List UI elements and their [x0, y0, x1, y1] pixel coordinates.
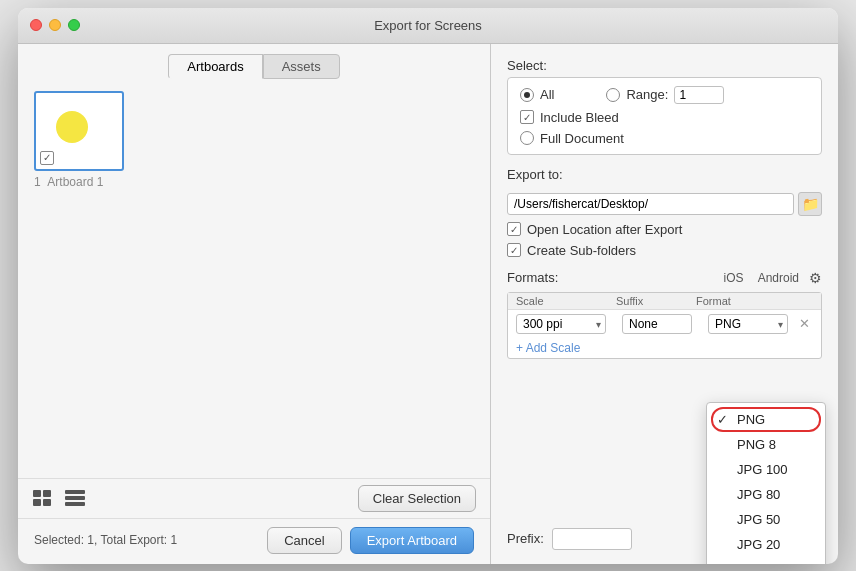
all-option-row: All Range: [520, 86, 809, 104]
col-format-header: Format [696, 295, 786, 307]
prefix-input[interactable] [552, 528, 632, 550]
svg-rect-2 [33, 499, 41, 506]
dropdown-item-jpg80[interactable]: JPG 80 [707, 482, 825, 507]
svg-rect-3 [43, 499, 51, 506]
dialog-title: Export for Screens [374, 18, 482, 33]
full-document-label: Full Document [540, 131, 624, 146]
range-radio[interactable] [606, 88, 620, 102]
dropdown-item-svg[interactable]: SVG [707, 557, 825, 564]
folder-icon[interactable]: 📁 [798, 192, 822, 216]
all-label: All [540, 87, 554, 102]
export-to-section: Export to: 📁 Open Location after Export … [507, 167, 822, 258]
create-subfolders-checkbox[interactable] [507, 243, 521, 257]
dialog: Export for Screens Artboards Assets [18, 8, 838, 564]
col-suffix-header: Suffix [616, 295, 696, 307]
right-panel: Select: All Range: Include Bleed [491, 44, 838, 564]
open-location-checkbox[interactable] [507, 222, 521, 236]
formats-label: Formats: [507, 270, 558, 285]
dropdown-item-png8[interactable]: PNG 8 [707, 432, 825, 457]
list-view-icon[interactable] [64, 489, 86, 507]
svg-rect-5 [65, 496, 85, 500]
scale-select[interactable]: 300 ppi 1x 2x 3x [516, 314, 606, 334]
dropdown-item-jpg20[interactable]: JPG 20 [707, 532, 825, 557]
maximize-button[interactable] [68, 19, 80, 31]
prefix-label: Prefix: [507, 531, 544, 546]
list-item: 1 Artboard 1 [34, 91, 124, 189]
svg-rect-6 [65, 502, 85, 506]
clear-selection-button[interactable]: Clear Selection [358, 485, 476, 512]
formats-icons: iOS Android ⚙ [720, 270, 822, 286]
open-location-label: Open Location after Export [527, 222, 682, 237]
dialog-body: Artboards Assets 1 Artboard 1 [18, 44, 838, 564]
formats-col-headers: Scale Suffix Format [508, 293, 821, 310]
all-radio[interactable] [520, 88, 534, 102]
remove-format-button[interactable]: ✕ [796, 316, 813, 331]
grid-view-icon[interactable] [32, 489, 54, 507]
left-footer: Selected: 1, Total Export: 1 Cancel Expo… [18, 518, 490, 564]
artboard-checkbox[interactable] [40, 151, 54, 165]
artboard-grid: 1 Artboard 1 [34, 91, 474, 189]
ios-button[interactable]: iOS [720, 270, 748, 286]
col-scale-header: Scale [516, 295, 616, 307]
select-label: Select: [507, 58, 822, 73]
artboard-preview-circle [56, 111, 88, 143]
gear-icon[interactable]: ⚙ [809, 270, 822, 286]
path-input[interactable] [507, 193, 794, 215]
tabs-bar: Artboards Assets [18, 44, 490, 79]
artboard-name: Artboard 1 [47, 175, 103, 189]
png-highlight-oval [711, 407, 821, 432]
include-bleed-checkbox[interactable] [520, 110, 534, 124]
tab-assets[interactable]: Assets [263, 54, 340, 79]
close-button[interactable] [30, 19, 42, 31]
format-select[interactable]: PNG PNG 8 JPG 100 JPG 80 JPG 50 JPG 20 S… [708, 314, 788, 334]
suffix-input[interactable] [622, 314, 692, 334]
minimize-button[interactable] [49, 19, 61, 31]
range-input[interactable] [674, 86, 724, 104]
title-bar: Export for Screens [18, 8, 838, 44]
window-controls [30, 19, 80, 31]
left-panel: Artboards Assets 1 Artboard 1 [18, 44, 491, 564]
formats-table: Scale Suffix Format 300 ppi 1x 2x 3x [507, 292, 822, 359]
dropdown-item-jpg100[interactable]: JPG 100 [707, 457, 825, 482]
scale-select-wrapper: 300 ppi 1x 2x 3x [516, 314, 606, 334]
format-select-wrapper: PNG PNG 8 JPG 100 JPG 80 JPG 50 JPG 20 S… [708, 314, 788, 334]
open-location-row: Open Location after Export [507, 222, 822, 237]
range-label: Range: [626, 87, 668, 102]
tab-artboards[interactable]: Artboards [168, 54, 262, 79]
full-document-row: Full Document [520, 131, 809, 146]
artboard-thumbnail[interactable] [34, 91, 124, 171]
create-subfolders-label: Create Sub-folders [527, 243, 636, 258]
full-document-radio[interactable] [520, 131, 534, 145]
status-text: Selected: 1, Total Export: 1 [34, 533, 177, 547]
footer-buttons: Cancel Export Artboard [267, 527, 474, 554]
android-button[interactable]: Android [754, 270, 803, 286]
include-bleed-row: Include Bleed [520, 110, 809, 125]
artboard-number: 1 [34, 175, 41, 189]
export-button[interactable]: Export Artboard [350, 527, 474, 554]
include-bleed-label: Include Bleed [540, 110, 619, 125]
path-row: 📁 [507, 192, 822, 216]
add-scale-row[interactable]: + Add Scale [508, 338, 821, 358]
svg-rect-0 [33, 490, 41, 497]
artboard-label: 1 Artboard 1 [34, 175, 107, 189]
artboard-area: 1 Artboard 1 [18, 79, 490, 478]
select-section: Select: All Range: Include Bleed [507, 58, 822, 155]
select-options: All Range: Include Bleed Full Document [507, 77, 822, 155]
svg-rect-4 [65, 490, 85, 494]
formats-header: Formats: iOS Android ⚙ [507, 270, 822, 286]
dropdown-item-jpg50[interactable]: JPG 50 [707, 507, 825, 532]
formats-row: 300 ppi 1x 2x 3x PNG PNG [508, 310, 821, 338]
dropdown-item-png[interactable]: PNG [707, 407, 825, 432]
svg-rect-1 [43, 490, 51, 497]
create-subfolders-row: Create Sub-folders [507, 243, 822, 258]
format-dropdown: PNG PNG 8 JPG 100 JPG 80 JPG 50 JPG 20 [706, 402, 826, 564]
cancel-button[interactable]: Cancel [267, 527, 341, 554]
export-to-label: Export to: [507, 167, 822, 182]
